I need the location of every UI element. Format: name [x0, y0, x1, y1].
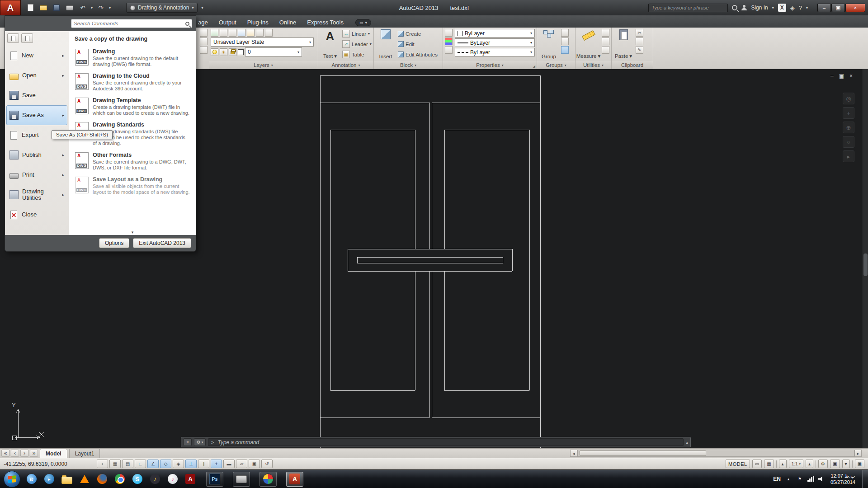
menu-item-drawing-utilities[interactable]: Drawing Utilities ▸ — [6, 185, 67, 205]
model-space-button[interactable]: MODEL — [726, 460, 750, 468]
undo-dropdown[interactable]: ▾ — [91, 6, 93, 10]
match-properties-brush-icon[interactable]: ✎ — [636, 46, 643, 54]
match-properties-icon[interactable] — [445, 29, 453, 37]
action-center-icon[interactable]: ⚑ — [796, 475, 803, 483]
menu-item-save[interactable]: Save — [6, 85, 67, 105]
copy-icon[interactable] — [636, 38, 643, 45]
sign-in-dropdown[interactable]: ▾ — [772, 6, 774, 10]
exit-autocad-button[interactable]: Exit AutoCAD 2013 — [133, 238, 191, 248]
annotation-panel-label[interactable]: Annotation ▾ — [318, 61, 373, 69]
object-snap-toggle[interactable]: ◇ — [160, 460, 171, 468]
clipboard-panel-label[interactable]: Clipboard — [612, 61, 653, 69]
taskbar-vlc[interactable] — [78, 472, 91, 486]
command-history-toggle[interactable]: ▴ — [686, 440, 688, 445]
taskbar-firefox[interactable] — [96, 472, 108, 486]
recent-documents-button[interactable] — [7, 33, 19, 43]
show-hidden-icons-button[interactable]: ▴ — [785, 475, 792, 483]
close-button[interactable]: × — [845, 4, 865, 12]
layer-isolate-icon[interactable] — [229, 29, 236, 37]
layer-properties-icon[interactable] — [211, 29, 218, 37]
volume-icon[interactable] — [818, 476, 824, 482]
option-drawing-to-cloud[interactable]: ADWG Drawing to the CloudSave the curren… — [71, 70, 194, 94]
qat-customize-dropdown[interactable]: ▾ — [109, 6, 111, 10]
edit-attributes-button[interactable]: Edit Attributes — [398, 50, 438, 59]
id-point-icon[interactable] — [602, 46, 609, 54]
snap-mode-toggle[interactable]: ▦ — [109, 460, 121, 468]
restore-button[interactable]: ▣ — [831, 4, 845, 12]
open-documents-button[interactable] — [21, 33, 33, 43]
text-tool-button[interactable]: A Text▾ — [320, 29, 340, 60]
paste-button[interactable]: Paste▾ — [613, 29, 633, 60]
doc-close-icon[interactable]: × — [849, 73, 853, 79]
properties-panel-label[interactable]: Properties ▾ ◢ — [443, 61, 537, 69]
submenu-scroll-down-icon[interactable]: ▾ — [69, 230, 196, 235]
annotation-scale-button[interactable]: 1:1 ▾ — [789, 460, 803, 468]
app-menu-search-box[interactable] — [71, 19, 192, 28]
vertical-scrollbar-thumb[interactable] — [863, 253, 868, 276]
search-icon[interactable] — [732, 5, 737, 10]
ribbon-tab-plugins[interactable]: Plug-ins — [242, 17, 274, 28]
command-line-close-button[interactable]: × — [184, 438, 192, 446]
dynamic-input-toggle[interactable]: + — [211, 460, 222, 468]
first-layout-button[interactable]: « — [1, 450, 9, 457]
layer-off-icon[interactable] — [220, 29, 227, 37]
menu-item-new[interactable]: New ▸ — [6, 46, 67, 66]
polar-tracking-toggle[interactable]: ∠ — [147, 460, 159, 468]
taskbar-paint-app[interactable] — [259, 472, 277, 487]
autodesk360-icon[interactable]: ◈ — [790, 5, 795, 11]
insert-block-button[interactable]: Insert — [376, 29, 396, 60]
quick-view-layouts-button[interactable]: ▭ — [752, 460, 762, 468]
taskbar-itunes[interactable]: ♪ — [166, 472, 179, 486]
annotation-scale-icon[interactable]: ▴ — [779, 460, 787, 468]
previous-layout-button[interactable]: ‹ — [11, 450, 19, 457]
status-menu-button[interactable]: ▾ — [842, 460, 850, 468]
start-button[interactable] — [4, 471, 20, 488]
transparency-icon[interactable] — [445, 46, 453, 54]
options-button[interactable]: Options — [99, 238, 129, 248]
option-save-layout-as-drawing[interactable]: ADWG Save Layout as a DrawingSave all vi… — [71, 174, 194, 198]
command-line-customize-button[interactable]: ⚙ ▾ — [194, 438, 206, 446]
taskbar-ie[interactable]: e — [25, 472, 38, 486]
transparency-toggle[interactable]: ▱ — [236, 460, 247, 468]
language-indicator[interactable]: EN — [773, 476, 781, 482]
infer-constraints-toggle[interactable]: ▪ — [97, 460, 108, 468]
menu-item-publish[interactable]: Publish ▸ — [6, 145, 67, 165]
sign-in-link[interactable]: Sign In — [751, 5, 768, 11]
quick-select-icon[interactable] — [602, 29, 609, 37]
taskbar-explorer[interactable] — [61, 472, 73, 486]
group-button[interactable]: Group — [539, 29, 559, 60]
layer-on-icon[interactable] — [247, 29, 255, 37]
layer-bulb-icon[interactable] — [211, 48, 218, 56]
menu-item-close[interactable]: Close — [6, 205, 67, 225]
workspace-switching-button[interactable]: ⚙ — [818, 460, 828, 468]
undo-button[interactable]: ↶ — [78, 3, 88, 13]
dynamic-ucs-toggle[interactable]: ∥ — [198, 460, 209, 468]
ribbon-tab-online[interactable]: Online — [274, 17, 302, 28]
open-button[interactable] — [38, 3, 48, 13]
object-color-dropdown[interactable]: ByLayer ▾ — [455, 29, 535, 38]
workspace-switcher[interactable]: Drafting & Annotation ▾ — [126, 3, 198, 13]
last-layout-button[interactable]: » — [30, 450, 38, 457]
help-button[interactable]: ? — [799, 5, 802, 11]
cut-icon[interactable]: ✂ — [636, 29, 643, 37]
search-commands-input[interactable] — [74, 21, 183, 26]
menu-item-open[interactable]: Open ▸ — [6, 66, 67, 85]
doc-restore-icon[interactable]: ▣ — [839, 73, 844, 79]
zoom-icon[interactable]: ⊕ — [843, 122, 854, 133]
annotation-visibility-button[interactable]: ▴ — [806, 460, 813, 468]
dialog-launcher-icon[interactable]: ◢ — [533, 65, 535, 68]
taskbar-acrobat[interactable]: A — [184, 472, 197, 486]
quick-view-drawings-button[interactable]: ▦ — [764, 460, 774, 468]
doc-minimize-icon[interactable]: – — [830, 73, 834, 79]
option-drawing-template[interactable]: ADWT Drawing TemplateCreate a drawing te… — [71, 94, 194, 119]
layer-thaw-icon[interactable] — [265, 29, 273, 37]
menu-item-print[interactable]: Print ▸ — [6, 165, 67, 185]
quick-properties-toggle[interactable]: ▣ — [249, 460, 260, 468]
application-menu-button[interactable]: A — [0, 0, 21, 15]
edit-block-button[interactable]: Edit — [398, 39, 438, 49]
create-block-button[interactable]: Create — [398, 29, 438, 38]
ortho-mode-toggle[interactable]: ∟ — [135, 460, 146, 468]
hscroll-right-arrow[interactable]: ▸ — [854, 450, 862, 457]
utilities-panel-label[interactable]: Utilities ▾ — [576, 61, 611, 69]
modify-icon-3[interactable] — [200, 46, 208, 54]
